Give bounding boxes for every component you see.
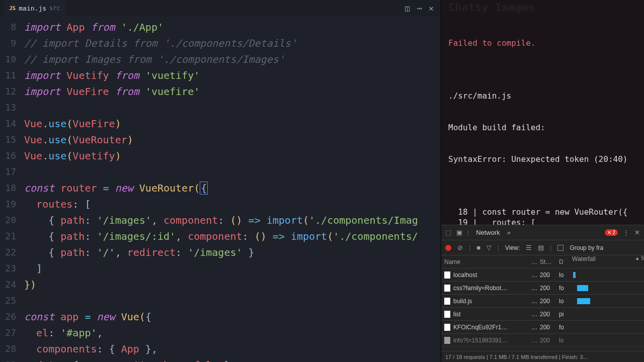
file-icon — [444, 272, 450, 279]
line-number: 8 — [0, 19, 16, 35]
device-icon[interactable]: ▣ — [456, 229, 462, 236]
line-number: 17 — [0, 164, 16, 180]
file-icon — [444, 285, 450, 292]
group-label: Group by fra — [570, 244, 603, 251]
error-msg-2: SyntaxError: Unexpected token (20:40) — [448, 154, 637, 164]
code-content[interactable]: import App from './App'// import Details… — [24, 16, 441, 362]
line-number: 13 — [0, 100, 16, 116]
line-number: 16 — [0, 148, 16, 164]
group-checkbox[interactable] — [557, 245, 564, 251]
col-domain[interactable]: D — [559, 258, 572, 265]
js-icon: JS — [9, 5, 16, 12]
table-row[interactable]: localhost…200lo — [441, 268, 644, 282]
file-tab[interactable]: JS main.js src — [4, 0, 65, 16]
watermark-text: Chatty Images — [448, 2, 535, 13]
line-number: 19 — [0, 196, 16, 212]
camera-icon[interactable]: ■ — [476, 244, 480, 251]
file-icon — [444, 311, 450, 318]
tab-bar: JS main.js src ◫ ⋯ ✕ — [0, 0, 441, 16]
line-number: 24 — [0, 277, 16, 293]
error-overlay: Chatty Images Failed to compile. ./src/m… — [441, 0, 644, 225]
split-editor-icon[interactable]: ◫ — [405, 4, 410, 13]
col-initiator[interactable]: … — [529, 258, 540, 265]
line-number: 15 — [0, 132, 16, 148]
devtools-toolbar: ⊘ | ■ ▽ | View: ☰ ▤ | Group by fra — [441, 240, 644, 255]
editor-pane: JS main.js src ◫ ⋯ ✕ 8910111213141516171… — [0, 0, 441, 362]
line-number: 22 — [0, 244, 16, 260]
devtools-header: ⬚ ▣ | Network » ✕ 2 ⋮ ✕ — [441, 225, 644, 240]
tab-actions: ◫ ⋯ ✕ — [405, 4, 441, 13]
table-row[interactable]: info?t=151983391……200lo — [441, 334, 644, 347]
view-list-icon[interactable]: ☰ — [526, 244, 532, 251]
tab-network[interactable]: Network — [474, 229, 502, 236]
code-area[interactable]: 8910111213141516171819202122232425262728… — [0, 16, 441, 362]
right-pane: Chatty Images Failed to compile. ./src/m… — [441, 0, 644, 362]
record-icon[interactable] — [445, 245, 451, 251]
error-title: Failed to compile. — [448, 38, 637, 48]
table-row[interactable]: css?family=Robot……200fo — [441, 282, 644, 295]
devtools-panel: ⬚ ▣ | Network » ✕ 2 ⋮ ✕ ⊘ | ■ ▽ | View: … — [441, 225, 644, 362]
close-devtools-icon[interactable]: ✕ — [634, 229, 640, 236]
line-number-gutter: 8910111213141516171819202122232425262728… — [0, 16, 24, 362]
kebab-icon[interactable]: ⋮ — [623, 229, 629, 236]
file-icon — [444, 337, 450, 344]
line-number: 9 — [0, 35, 16, 51]
clear-icon[interactable]: ⊘ — [457, 244, 463, 251]
view-frame-icon[interactable]: ▤ — [538, 244, 544, 251]
line-number: 10 — [0, 51, 16, 67]
inspect-icon[interactable]: ⬚ — [445, 229, 451, 236]
line-number: 26 — [0, 309, 16, 325]
col-name[interactable]: Name — [444, 258, 529, 265]
col-status[interactable]: St… — [540, 258, 559, 265]
line-number: 21 — [0, 228, 16, 244]
line-number: 28 — [0, 341, 16, 357]
file-icon — [444, 298, 450, 305]
close-icon[interactable]: ✕ — [429, 4, 434, 13]
line-number: 18 — [0, 180, 16, 196]
line-number: 29 — [0, 357, 16, 362]
line-number: 11 — [0, 67, 16, 83]
error-context: 18 | const router = new VueRouter({ 19 |… — [448, 207, 637, 225]
devtools-status-bar: 17 / 18 requests | 7.1 MB / 7.1 MB trans… — [441, 351, 644, 362]
line-number: 14 — [0, 116, 16, 132]
line-number: 27 — [0, 325, 16, 341]
more-icon[interactable]: ⋯ — [417, 4, 422, 13]
table-header[interactable]: Name … St… D Waterfall▲ 5 — [441, 255, 644, 268]
chevron-right-icon[interactable]: » — [507, 229, 511, 236]
network-table: Name … St… D Waterfall▲ 5 localhost…200l… — [441, 255, 644, 351]
tab-path: src — [49, 5, 60, 12]
table-row[interactable]: list…200pi — [441, 308, 644, 321]
line-number: 23 — [0, 260, 16, 277]
filter-icon[interactable]: ▽ — [487, 244, 492, 251]
tab-filename: main.js — [19, 5, 46, 12]
error-file: ./src/main.js — [448, 90, 637, 101]
table-row[interactable]: KFOlCnqEu92Fr1……200fo — [441, 321, 644, 334]
error-msg-1: Module build failed: — [448, 122, 637, 133]
line-number: 20 — [0, 212, 16, 228]
view-label: View: — [505, 244, 520, 251]
error-badge[interactable]: ✕ 2 — [605, 229, 618, 236]
col-waterfall[interactable]: Waterfall▲ 5 — [572, 255, 644, 268]
table-row[interactable]: build.js…200lo — [441, 295, 644, 308]
line-number: 25 — [0, 293, 16, 309]
line-number: 12 — [0, 83, 16, 100]
file-icon — [444, 324, 450, 331]
